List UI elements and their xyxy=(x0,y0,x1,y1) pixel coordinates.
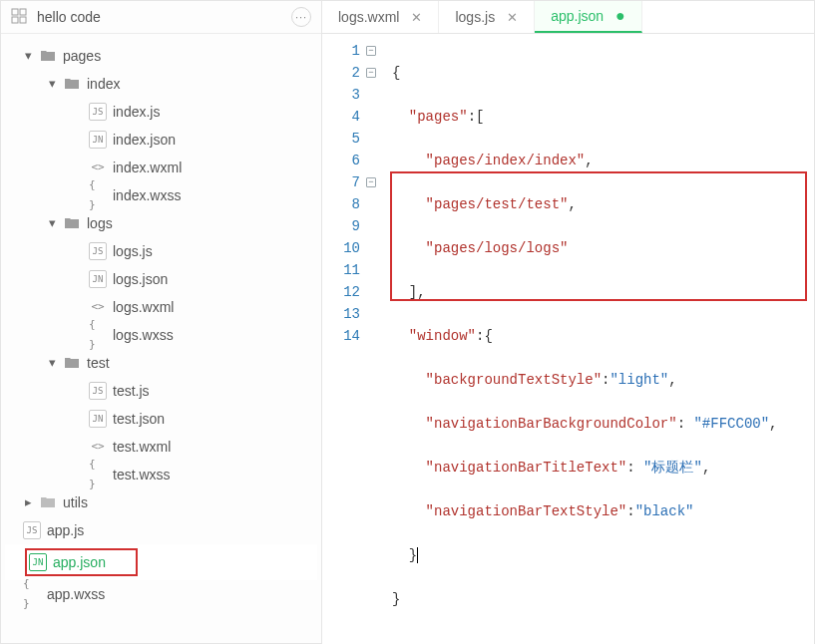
tab-logs-js[interactable]: logs.js ✕ xyxy=(439,1,535,33)
wxml-file-icon: <> xyxy=(89,159,107,176)
file-label: index.wxml xyxy=(113,158,182,177)
project-tree-icon[interactable] xyxy=(11,8,27,27)
tab-logs-wxml[interactable]: logs.wxml ✕ xyxy=(322,1,439,33)
line-number: 13 xyxy=(340,303,360,325)
folder-utils[interactable]: ▸ utils xyxy=(5,488,317,516)
code-token: :{ xyxy=(476,328,493,344)
code-token: "#FFCC00" xyxy=(693,416,769,432)
tab-label: logs.wxml xyxy=(338,9,399,25)
line-number: 10 xyxy=(340,237,360,259)
line-number: 1 xyxy=(340,40,360,62)
wxml-file-icon: <> xyxy=(89,438,107,456)
line-number-gutter: 1− 2− 3 4 5 6 7− 8 9 10 11 12 13 14 xyxy=(322,34,384,644)
code-body[interactable]: { "pages":[ "pages/index/index", "pages/… xyxy=(384,34,814,644)
chevron-down-icon[interactable]: ▾ xyxy=(23,46,33,66)
text-caret xyxy=(417,547,418,563)
wxss-file-icon: { } xyxy=(89,186,107,204)
editor-tabs: logs.wxml ✕ logs.js ✕ app.json ● xyxy=(322,1,814,34)
file-test-json[interactable]: JN test.json xyxy=(5,405,317,433)
folder-index[interactable]: ▾ index xyxy=(5,70,317,98)
file-app-json[interactable]: JN app.json xyxy=(5,544,317,580)
code-token: , xyxy=(568,196,576,212)
editor-area: logs.wxml ✕ logs.js ✕ app.json ● 1− 2− 3… xyxy=(322,1,814,643)
code-token: , xyxy=(769,416,777,432)
line-number: 6 xyxy=(340,150,360,171)
close-icon[interactable]: ✕ xyxy=(507,10,518,25)
code-token: "pages/logs/logs" xyxy=(426,240,569,256)
line-number: 3 xyxy=(340,84,360,106)
code-token: "标题栏" xyxy=(643,460,702,476)
file-index-wxss[interactable]: { } index.wxss xyxy=(5,181,317,209)
code-token: :[ xyxy=(468,109,485,125)
line-number: 4 xyxy=(340,106,360,128)
file-label: logs.json xyxy=(113,269,168,289)
file-label: test.json xyxy=(113,409,165,429)
code-token: , xyxy=(668,372,676,388)
file-index-js[interactable]: JS index.js xyxy=(5,98,317,126)
file-label: index.json xyxy=(113,130,176,150)
file-index-json[interactable]: JN index.json xyxy=(5,126,317,154)
wxss-file-icon: { } xyxy=(89,466,107,483)
folder-label: utils xyxy=(63,492,88,512)
line-number: 2 xyxy=(340,62,360,84)
tab-label: logs.js xyxy=(455,9,495,25)
folder-label: pages xyxy=(63,46,101,66)
folder-icon xyxy=(63,75,81,93)
project-name: hello code xyxy=(37,9,281,25)
folder-logs[interactable]: ▾ logs xyxy=(5,209,317,237)
file-label: app.wxss xyxy=(47,584,105,604)
code-token: "navigationBarTitleText" xyxy=(426,460,627,476)
chevron-down-icon[interactable]: ▾ xyxy=(47,213,57,233)
folder-icon xyxy=(63,354,81,372)
tab-app-json[interactable]: app.json ● xyxy=(535,1,642,33)
code-token: ], xyxy=(409,284,426,300)
project-more-button[interactable]: ··· xyxy=(291,7,311,27)
json-file-icon: JN xyxy=(29,553,47,571)
tab-label: app.json xyxy=(551,8,604,24)
chevron-right-icon[interactable]: ▸ xyxy=(23,492,33,512)
code-token: "navigationBarBackgroundColor" xyxy=(426,416,677,432)
fold-toggle-icon[interactable]: − xyxy=(366,68,376,78)
file-app-wxss[interactable]: { } app.wxss xyxy=(5,580,317,608)
file-app-js[interactable]: JS app.js xyxy=(5,516,317,544)
json-file-icon: JN xyxy=(89,410,107,428)
code-token: { xyxy=(392,65,400,81)
svg-rect-3 xyxy=(20,17,26,23)
line-number: 9 xyxy=(340,215,360,237)
close-icon[interactable]: ✕ xyxy=(411,10,422,25)
file-index-wxml[interactable]: <> index.wxml xyxy=(5,154,317,181)
fold-toggle-icon[interactable]: − xyxy=(366,177,376,187)
project-header: hello code ··· xyxy=(1,1,321,34)
file-tree[interactable]: ▾ pages ▾ index JS index.js JN index.jso… xyxy=(1,34,321,643)
file-test-wxss[interactable]: { } test.wxss xyxy=(5,461,317,488)
code-editor[interactable]: 1− 2− 3 4 5 6 7− 8 9 10 11 12 13 14 { "p… xyxy=(322,34,814,644)
code-token: "backgroundTextStyle" xyxy=(426,372,602,388)
file-logs-js[interactable]: JS logs.js xyxy=(5,237,317,265)
file-test-wxml[interactable]: <> test.wxml xyxy=(5,433,317,461)
file-logs-wxss[interactable]: { } logs.wxss xyxy=(5,321,317,349)
folder-icon xyxy=(39,47,57,65)
fold-toggle-icon[interactable]: − xyxy=(366,46,376,56)
code-token: "pages/test/test" xyxy=(426,196,569,212)
wxss-file-icon: { } xyxy=(89,326,107,344)
json-file-icon: JN xyxy=(89,131,107,149)
file-label: logs.wxml xyxy=(113,297,174,317)
folder-pages[interactable]: ▾ pages xyxy=(5,42,317,70)
file-label: logs.js xyxy=(113,241,153,261)
json-file-icon: JN xyxy=(89,270,107,288)
line-number: 12 xyxy=(340,281,360,303)
ide-root: hello code ··· ▾ pages ▾ index JS index.… xyxy=(0,0,815,644)
folder-test[interactable]: ▾ test xyxy=(5,349,317,377)
file-label: index.wxss xyxy=(113,185,181,205)
code-token: "pages" xyxy=(409,109,468,125)
line-number: 5 xyxy=(340,128,360,150)
line-number: 8 xyxy=(340,193,360,215)
file-test-js[interactable]: JS test.js xyxy=(5,377,317,405)
file-logs-json[interactable]: JN logs.json xyxy=(5,265,317,293)
chevron-down-icon[interactable]: ▾ xyxy=(47,353,57,373)
code-token: , xyxy=(585,153,593,168)
file-label: test.wxss xyxy=(113,465,171,484)
svg-rect-1 xyxy=(20,9,26,15)
chevron-down-icon[interactable]: ▾ xyxy=(47,74,57,94)
file-logs-wxml[interactable]: <> logs.wxml xyxy=(5,293,317,321)
